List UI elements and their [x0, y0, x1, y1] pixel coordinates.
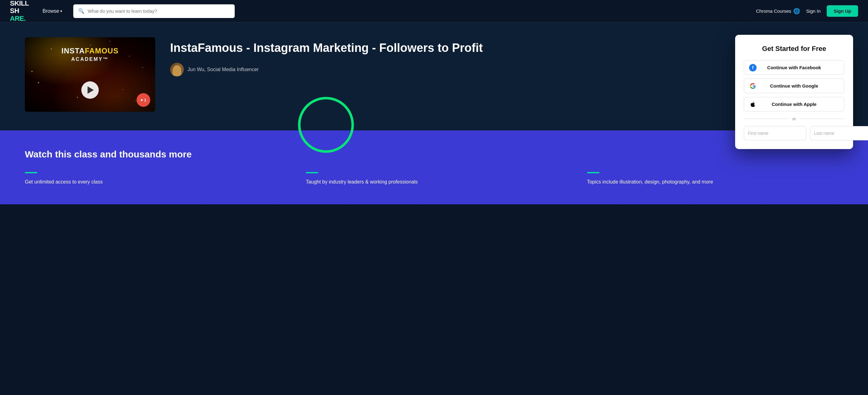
apple-icon [749, 101, 756, 108]
avatar-image [170, 63, 184, 77]
feature-item-1: Get unlimited access to every class [25, 172, 281, 186]
signup-card: Get Started for Free f Continue with Fac… [735, 35, 853, 149]
or-divider: or [744, 117, 844, 121]
feature-line-3 [587, 172, 599, 173]
search-input[interactable] [88, 8, 230, 14]
instructor-name: Jun Wu, Social Media Influencer [187, 67, 258, 72]
feature-text-2: Taught by industry leaders & working pro… [306, 178, 562, 186]
facebook-icon: f [749, 64, 756, 71]
signup-title: Get Started for Free [744, 45, 844, 53]
famous-text: FAMOUS [85, 47, 119, 55]
hero-section: INSTAFAMOUS ACADEMY™ ♥ 1 InstaFamous - I… [0, 22, 868, 130]
thumbnail-background: INSTAFAMOUS ACADEMY™ ♥ 1 [25, 37, 155, 112]
play-icon [88, 86, 94, 94]
continue-with-apple-button[interactable]: Continue with Apple [744, 97, 844, 112]
globe-icon: 🌐 [793, 8, 800, 14]
feature-item-2: Taught by industry leaders & working pro… [306, 172, 562, 186]
like-badge: ♥ 1 [136, 93, 150, 107]
or-text: or [792, 117, 796, 121]
feature-text-1: Get unlimited access to every class [25, 178, 281, 186]
green-circle-decoration [298, 97, 354, 153]
continue-with-facebook-button[interactable]: f Continue with Facebook [744, 60, 844, 75]
divider-line-right [800, 119, 844, 119]
feature-line-2 [306, 172, 318, 173]
apple-label: Continue with Apple [772, 101, 816, 107]
play-button[interactable] [81, 81, 99, 99]
browse-label: Browse [42, 8, 59, 14]
feature-item-3: Topics include illustration, design, pho… [587, 172, 843, 186]
feature-line-1 [25, 172, 37, 173]
facebook-label: Continue with Facebook [767, 65, 821, 70]
search-icon: 🔍 [78, 8, 85, 14]
google-label: Continue with Google [770, 83, 818, 89]
name-row [744, 126, 844, 140]
chroma-courses-label: Chroma Courses [756, 8, 791, 14]
avatar [170, 63, 184, 77]
divider-line-left [744, 119, 788, 119]
academy-text: ACADEMY™ [61, 57, 119, 62]
google-icon [749, 82, 756, 90]
nav-right: Chroma Courses 🌐 Sign In Sign Up [756, 5, 858, 17]
sign-in-button[interactable]: Sign In [806, 8, 821, 14]
search-bar: 🔍 [73, 4, 235, 18]
feature-text-3: Topics include illustration, design, pho… [587, 178, 843, 186]
insta-text: INSTA [61, 47, 85, 55]
sign-up-button[interactable]: Sign Up [827, 5, 858, 17]
first-name-input[interactable] [744, 126, 806, 140]
continue-with-google-button[interactable]: Continue with Google [744, 79, 844, 93]
chroma-courses-link[interactable]: Chroma Courses 🌐 [756, 8, 800, 14]
navbar: SKILL SHare. Browse ▾ 🔍 Chroma Courses 🌐… [0, 0, 868, 22]
site-logo[interactable]: SKILL SHare. [10, 0, 29, 22]
logo-line2: SHare. [10, 7, 29, 22]
chevron-down-icon: ▾ [60, 9, 62, 13]
logo-line1: SKILL [10, 0, 29, 7]
last-name-input[interactable] [810, 126, 868, 140]
features-row: Get unlimited access to every class Taug… [25, 172, 843, 186]
blue-section-title: Watch this class and thousands more [25, 149, 843, 160]
thumbnail-title: INSTAFAMOUS ACADEMY™ [61, 47, 119, 62]
course-thumbnail[interactable]: INSTAFAMOUS ACADEMY™ ♥ 1 [25, 37, 155, 112]
browse-button[interactable]: Browse ▾ [39, 6, 66, 17]
